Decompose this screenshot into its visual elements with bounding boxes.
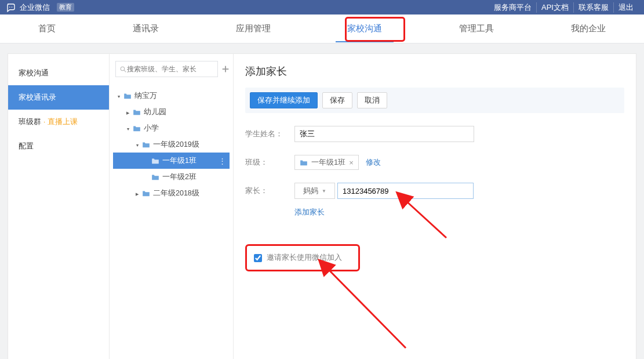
sidebar-item-directory[interactable]: 家校通讯录 [8,85,109,110]
tree-node-label: 一年级2019级 [153,140,199,150]
dot-separator: · [43,117,48,126]
tree: 纳宝万幼儿园小学一年级2019级一年级1班⋮一年级2班二年级2018级 [110,84,233,201]
tree-caret-icon[interactable] [136,190,141,197]
invite-highlight-annotation: 邀请家长使用微信加入 [245,244,360,271]
tree-node[interactable]: 小学 [113,120,230,136]
sidebar-item-config[interactable]: 配置 [8,134,109,158]
form-panel: 添加家长 保存并继续添加 保存 取消 学生姓名： 班级： 一年级1班 × 修改 [234,54,636,359]
add-parent-link[interactable]: 添加家长 [294,208,325,216]
link-support[interactable]: 联系客服 [573,2,613,13]
link-api-docs[interactable]: API文档 [536,2,573,13]
nav-contacts[interactable]: 通讯录 [121,15,170,42]
link-provider-platform[interactable]: 服务商平台 [489,2,536,13]
nav-apps[interactable]: 应用管理 [224,15,282,42]
brand-logo: 企业微信 教育 [6,2,74,13]
svg-point-2 [121,67,125,71]
search-icon [119,66,127,73]
search-row [110,54,233,84]
nav-home[interactable]: 首页 [27,15,67,42]
svg-point-0 [9,6,10,8]
nav-tools[interactable]: 管理工具 [447,15,505,42]
tree-node-label: 幼儿园 [144,107,166,117]
chat-bubble-icon [6,2,16,13]
folder-icon [300,159,308,166]
search-box[interactable] [115,61,218,77]
tree-node-label: 一年级2班 [162,172,197,182]
row-parent: 家长： 妈妈 ▼ [245,183,624,199]
topbar: 企业微信 教育 服务商平台 API文档 联系客服 退出 [0,0,644,14]
form-title: 添加家长 [245,64,624,78]
nav-school-comm[interactable]: 家校沟通 [336,15,394,42]
sidebar-item-label: 班级群 [19,117,41,126]
select-value: 妈妈 [303,186,318,196]
more-icon[interactable]: ⋮ [219,157,230,165]
topbar-links: 服务商平台 API文档 联系客服 退出 [489,2,638,13]
sidebar-item-home[interactable]: 家校沟通 [8,61,109,85]
tree-node[interactable]: 幼儿园 [113,104,230,120]
brand-badge: 教育 [57,3,74,12]
link-logout[interactable]: 退出 [613,2,638,13]
tree-node[interactable]: 一年级2019级 [113,136,230,153]
main-nav: 首页 通讯录 应用管理 家校沟通 管理工具 我的企业 [0,14,644,43]
tree-caret-icon[interactable] [126,108,132,116]
label-parent: 家长： [245,186,294,196]
main-area: 家校沟通 家校通讯录 班级群 · 直播上课 配置 纳宝万幼儿园小学一年级2019… [0,43,644,359]
student-name-input[interactable] [294,126,474,142]
svg-line-3 [124,70,126,72]
tree-node[interactable]: 二年级2018级 [113,185,230,201]
brand-name: 企业微信 [20,2,50,13]
tree-panel: 纳宝万幼儿园小学一年级2019级一年级1班⋮一年级2班二年级2018级 [110,54,234,359]
row-student-name: 学生姓名： [245,126,624,142]
tree-caret-icon[interactable] [117,92,122,100]
sidebar: 家校沟通 家校通讯录 班级群 · 直播上课 配置 [8,54,110,359]
tree-node[interactable]: 一年级2班 [113,169,230,185]
modify-class-link[interactable]: 修改 [366,157,381,168]
content-wrap: 家校沟通 家校通讯录 班级群 · 直播上课 配置 纳宝万幼儿园小学一年级2019… [8,54,636,359]
invite-checkbox[interactable] [254,254,262,262]
tree-node-label: 一年级1班 [162,156,197,166]
tree-caret-icon[interactable] [136,141,141,148]
tree-caret-icon[interactable] [126,125,132,132]
label-student-name: 学生姓名： [245,129,294,139]
invite-label: 邀请家长使用微信加入 [267,253,342,263]
svg-point-1 [12,6,13,8]
parent-relation-select[interactable]: 妈妈 ▼ [294,183,335,199]
tree-node-label: 二年级2018级 [153,188,199,198]
plus-icon [221,65,230,73]
class-tag: 一年级1班 × [294,155,359,170]
sidebar-item-suffix: 直播上课 [48,117,78,126]
tree-node[interactable]: 一年级1班⋮ [113,153,230,169]
row-invite: 邀请家长使用微信加入 [245,244,624,271]
nav-my-enterprise[interactable]: 我的企业 [559,15,617,42]
save-button[interactable]: 保存 [322,92,352,108]
row-class: 班级： 一年级1班 × 修改 [245,155,624,170]
parent-phone-input[interactable] [337,183,474,199]
remove-class-icon[interactable]: × [349,158,354,167]
sidebar-item-class-group[interactable]: 班级群 · 直播上课 [8,110,109,134]
label-class: 班级： [245,157,294,168]
search-input[interactable] [127,65,214,73]
tree-node[interactable]: 纳宝万 [113,88,230,104]
save-and-continue-button[interactable]: 保存并继续添加 [250,92,318,108]
tree-node-label: 纳宝万 [134,91,157,101]
add-parent-link-row: 添加家长 [294,207,624,217]
class-tag-label: 一年级1班 [311,157,345,168]
form-toolbar: 保存并继续添加 保存 取消 [245,88,624,113]
add-class-button[interactable] [221,63,230,75]
cancel-button[interactable]: 取消 [357,92,387,108]
chevron-down-icon: ▼ [322,188,326,194]
tree-node-label: 小学 [144,124,159,133]
